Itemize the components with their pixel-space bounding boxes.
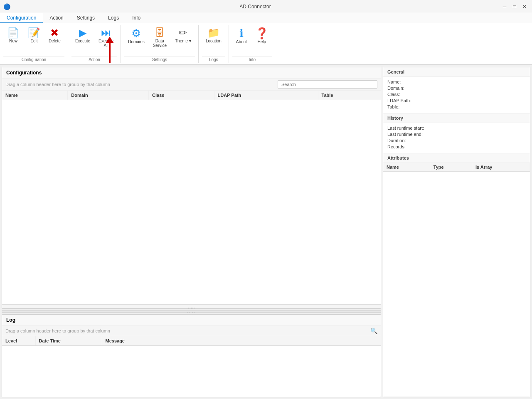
attributes-header-row: Name Type Is Array — [383, 163, 530, 172]
field-ldap-path-label: LDAP Path: — [387, 98, 411, 103]
configurations-table: Name Domain Class LDAP Path Table — [2, 91, 381, 100]
theme-button[interactable]: ✏ Theme ▾ — [171, 26, 195, 45]
attr-col-type[interactable]: Type — [430, 163, 472, 172]
edit-button[interactable]: 📝 Edit — [24, 26, 44, 45]
attr-col-name[interactable]: Name — [383, 163, 430, 172]
tab-logs[interactable]: Logs — [101, 13, 126, 23]
ribbon-group-configuration-items: 📄 New 📝 Edit ✖ Delete — [3, 26, 64, 55]
attributes-table-container[interactable]: Name Type Is Array — [383, 163, 530, 397]
log-panel-header: Log — [2, 315, 381, 326]
configurations-table-header-row: Name Domain Class LDAP Path Table — [2, 91, 381, 100]
tab-info[interactable]: Info — [126, 13, 147, 23]
new-button[interactable]: 📄 New — [3, 26, 23, 45]
tab-configuration[interactable]: Configuration — [0, 13, 43, 23]
ribbon-group-action: ▶ Execute ⏭ ExecuteAll Action — [68, 25, 121, 63]
field-last-runtime-start-label: Last runtime start: — [387, 126, 424, 131]
log-col-level[interactable]: Level — [2, 336, 35, 346]
general-section: General Name: Domain: Class: LDAP Path: — [383, 67, 530, 113]
window-controls: ─ □ ✕ — [500, 2, 529, 11]
tab-settings[interactable]: Settings — [70, 13, 101, 23]
col-header-ldap-path[interactable]: LDAP Path — [214, 91, 318, 100]
configurations-panel: Configurations Drag a column header here… — [2, 67, 381, 309]
location-label: Location — [206, 39, 222, 43]
attr-col-isarray[interactable]: Is Array — [472, 163, 530, 172]
location-button[interactable]: 📁 Location — [202, 26, 225, 45]
col-header-name[interactable]: Name — [2, 91, 68, 100]
field-records: Records: — [387, 144, 526, 149]
help-icon: ❓ — [255, 28, 268, 39]
log-col-message[interactable]: Message — [102, 336, 381, 346]
search-input[interactable] — [278, 80, 377, 89]
tab-action[interactable]: Action — [43, 13, 70, 23]
window-title: AD Connector — [10, 4, 500, 10]
attributes-section-header: Attributes — [383, 153, 530, 163]
log-toolbar: Drag a column header here to group by th… — [2, 326, 381, 336]
attributes-section: Attributes Name Type Is Array — [383, 153, 530, 397]
field-ldap-path: LDAP Path: — [387, 98, 526, 103]
help-button[interactable]: ❓ Help — [251, 26, 272, 46]
ribbon-group-info-items: ℹ About ❓ Help — [232, 26, 272, 55]
edit-icon: 📝 — [28, 28, 40, 38]
title-bar: 🔵 AD Connector ─ □ ✕ — [0, 0, 532, 13]
col-header-domain[interactable]: Domain — [68, 91, 149, 100]
ribbon-group-logs-label: Logs — [202, 56, 225, 62]
delete-button[interactable]: ✖ Delete — [45, 26, 64, 45]
execute-label: Execute — [75, 39, 90, 43]
field-domain: Domain: — [387, 86, 526, 91]
delete-label: Delete — [49, 39, 61, 43]
general-section-header: General — [383, 67, 530, 77]
ribbon-group-settings: ⚙ Domains 🗄 DataService ✏ Theme ▾ Settin… — [121, 25, 199, 63]
field-name-label: Name: — [387, 79, 401, 84]
field-name: Name: — [387, 79, 526, 84]
about-button[interactable]: ℹ About — [232, 26, 251, 46]
data-service-button[interactable]: 🗄 DataService — [149, 26, 170, 50]
field-table-label: Table: — [387, 104, 399, 109]
field-duration: Duration: — [387, 138, 526, 143]
history-section: History Last runtime start: Last runtime… — [383, 113, 530, 153]
domains-button[interactable]: ⚙ Domains — [124, 26, 148, 46]
edit-label: Edit — [30, 39, 37, 43]
log-panel: Log Drag a column header here to group b… — [2, 314, 381, 397]
execute-button[interactable]: ▶ Execute — [71, 26, 94, 45]
ribbon-group-logs: 📁 Location Logs — [199, 25, 229, 63]
configurations-table-container[interactable]: Name Domain Class LDAP Path Table — [2, 91, 381, 304]
field-duration-label: Duration: — [387, 138, 406, 143]
resize-handle[interactable]: ..... — [2, 310, 381, 313]
field-last-runtime-end-label: Last runtime end: — [387, 132, 423, 137]
help-label: Help — [258, 39, 266, 44]
ribbon-tab-bar: Configuration Action Settings Logs Info — [0, 13, 532, 23]
ribbon-content: 📄 New 📝 Edit ✖ Delete Configuration ▶ — [0, 23, 532, 65]
field-table: Table: — [387, 104, 526, 109]
ribbon-group-settings-label: Settings — [124, 56, 195, 62]
location-icon: 📁 — [207, 28, 220, 38]
about-icon: ℹ — [239, 28, 244, 39]
log-col-datetime[interactable]: Date Time — [35, 336, 102, 346]
log-table-container[interactable]: Level Date Time Message — [2, 336, 381, 397]
close-button[interactable]: ✕ — [520, 2, 529, 11]
field-domain-label: Domain: — [387, 86, 404, 91]
col-header-table[interactable]: Table — [318, 91, 381, 100]
domains-label: Domains — [128, 39, 144, 44]
maximize-button[interactable]: □ — [510, 2, 519, 11]
ribbon-group-configuration: 📄 New 📝 Edit ✖ Delete Configuration — [0, 25, 68, 63]
theme-icon: ✏ — [179, 28, 187, 38]
ribbon-group-configuration-label: Configuration — [3, 56, 64, 62]
configurations-toolbar: Drag a column header here to group by th… — [2, 79, 381, 91]
app-icon: 🔵 — [3, 3, 10, 10]
field-class: Class: — [387, 92, 526, 97]
log-search-icon[interactable]: 🔍 — [370, 328, 377, 334]
field-records-label: Records: — [387, 144, 406, 149]
data-service-icon: 🗄 — [155, 28, 165, 38]
configurations-scroll-indicator: ..... — [2, 304, 381, 308]
left-panel: Configurations Drag a column header here… — [2, 67, 381, 397]
delete-icon: ✖ — [50, 28, 59, 38]
data-service-label: DataService — [153, 39, 167, 48]
field-last-runtime-start: Last runtime start: — [387, 126, 526, 131]
minimize-button[interactable]: ─ — [500, 2, 509, 11]
theme-label: Theme ▾ — [175, 39, 191, 43]
col-header-class[interactable]: Class — [149, 91, 214, 100]
log-table-header-row: Level Date Time Message — [2, 336, 381, 346]
log-panel-title: Log — [6, 317, 15, 323]
ribbon-group-info-label: Info — [232, 56, 272, 62]
right-panel: General Name: Domain: Class: LDAP Path: — [383, 67, 530, 397]
